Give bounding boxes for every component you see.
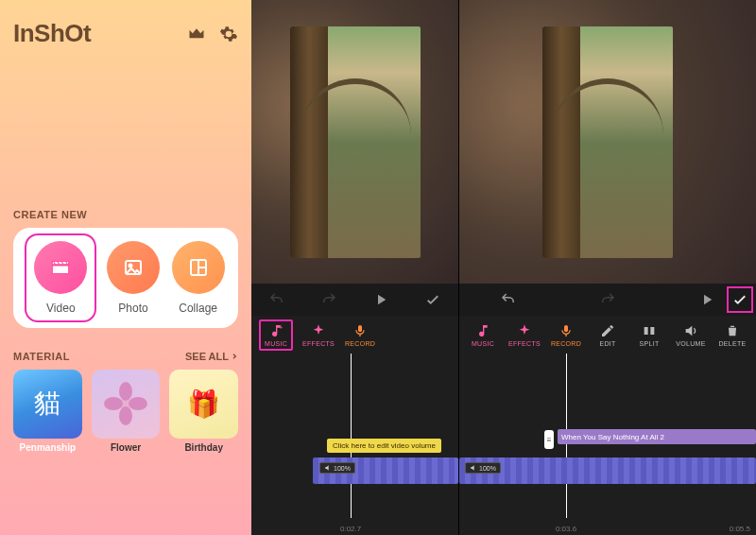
create-new-panel: Video Photo Collage: [13, 228, 238, 328]
microphone-icon: [352, 323, 368, 338]
see-all-label: SEE ALL: [185, 351, 229, 362]
tool-label: MUSIC: [472, 340, 494, 347]
play-icon[interactable]: [698, 291, 715, 308]
editor-panel-right: MUSIC EFFECTS RECORD EDIT SPLIT VOLUME: [458, 0, 756, 535]
tool-record[interactable]: RECORD: [344, 323, 376, 347]
tool-split[interactable]: SPLIT: [633, 323, 665, 347]
music-note-icon: [475, 323, 490, 338]
timecode: 0:02.7: [340, 525, 361, 533]
tool-row: MUSIC EFFECTS RECORD EDIT SPLIT VOLUME: [459, 316, 756, 354]
clapperboard-icon: [34, 241, 87, 294]
speaker-icon: [470, 464, 477, 472]
volume-badge[interactable]: 100%: [465, 462, 501, 474]
app-logo: InShOt: [13, 19, 91, 48]
svg-rect-14: [650, 327, 654, 335]
play-icon[interactable]: [372, 291, 389, 308]
material-thumb: 貓: [13, 370, 82, 439]
material-item-birthday[interactable]: 🎁 Birthday: [169, 370, 238, 453]
clip-handle[interactable]: ≡: [544, 430, 554, 449]
sparkle-icon: [311, 323, 326, 338]
tool-label: MUSIC: [265, 340, 287, 347]
create-video-button[interactable]: Video: [34, 241, 87, 315]
svg-rect-12: [564, 325, 568, 332]
svg-rect-11: [358, 325, 362, 332]
editor-panel-left: + MUSIC EFFECTS RECORD Click here to edi…: [251, 0, 458, 535]
audio-clip[interactable]: When You Say Nothing At All 2: [558, 429, 756, 444]
crown-icon[interactable]: [187, 25, 206, 43]
timecode: 0:03.6: [556, 525, 576, 533]
svg-point-9: [129, 397, 147, 410]
svg-point-6: [119, 382, 132, 401]
material-item-flower[interactable]: Flower: [92, 370, 161, 453]
music-note-icon: +: [268, 323, 284, 338]
timeline[interactable]: ≡ When You Say Nothing At All 2 100% 0:0…: [459, 354, 756, 535]
video-preview[interactable]: [459, 0, 756, 284]
sparkle-icon: [517, 323, 532, 338]
material-label-text: Flower: [92, 442, 161, 453]
svg-text:+: +: [279, 323, 283, 330]
video-preview[interactable]: [251, 0, 458, 284]
material-thumb: [92, 370, 161, 439]
undo-icon[interactable]: [500, 291, 517, 308]
tool-edit[interactable]: EDIT: [592, 323, 624, 347]
tool-label: DELETE: [718, 340, 746, 347]
redo-icon[interactable]: [599, 291, 616, 308]
create-collage-button[interactable]: Collage: [172, 241, 225, 319]
create-video-label: Video: [46, 302, 75, 315]
chevron-right-icon: [231, 353, 238, 360]
create-photo-button[interactable]: Photo: [107, 241, 160, 319]
microphone-icon: [558, 323, 574, 338]
volume-hint-tooltip[interactable]: Click here to edit video volume: [327, 439, 441, 453]
material-item-penmanship[interactable]: 貓 Penmanship: [13, 370, 82, 453]
speaker-icon: [324, 464, 332, 472]
material-label: MATERIAL: [13, 351, 70, 362]
split-icon: [642, 323, 657, 338]
material-thumb: 🎁: [169, 370, 238, 439]
timecode: 0:05.5: [730, 525, 750, 533]
svg-point-1: [129, 265, 131, 268]
tool-effects[interactable]: EFFECTS: [508, 323, 541, 347]
material-label-text: Birthday: [169, 442, 238, 453]
sidebar-header: InShOt: [13, 19, 238, 48]
gear-icon[interactable]: [219, 25, 238, 43]
editor: + MUSIC EFFECTS RECORD Click here to edi…: [251, 0, 756, 535]
tool-delete[interactable]: DELETE: [716, 323, 748, 347]
tool-volume[interactable]: VOLUME: [675, 323, 707, 347]
tool-label: EFFECTS: [508, 340, 541, 347]
svg-point-7: [119, 406, 132, 425]
sidebar: InShOt CREATE NEW Video Photo Col: [0, 0, 251, 535]
selected-highlight: Video: [25, 233, 96, 322]
tool-effects[interactable]: EFFECTS: [302, 323, 335, 347]
svg-rect-13: [644, 327, 648, 335]
volume-badge[interactable]: 100%: [319, 462, 355, 474]
create-photo-label: Photo: [118, 302, 147, 315]
create-new-label: CREATE NEW: [13, 209, 238, 220]
timeline[interactable]: Click here to edit video volume 100% 0:0…: [251, 354, 458, 535]
material-label-text: Penmanship: [13, 442, 82, 453]
tool-label: SPLIT: [640, 340, 660, 347]
check-icon[interactable]: [731, 291, 748, 308]
grid-icon: [172, 241, 225, 294]
video-clip[interactable]: [459, 457, 756, 484]
tool-label: EDIT: [599, 340, 615, 347]
transport-controls: [251, 284, 458, 316]
trash-icon: [725, 323, 740, 338]
transport-controls: [459, 284, 756, 316]
material-header: MATERIAL SEE ALL: [13, 351, 238, 362]
see-all-button[interactable]: SEE ALL: [185, 351, 238, 362]
tool-music[interactable]: MUSIC: [467, 323, 499, 347]
pencil-icon: [600, 323, 615, 338]
tool-label: RECORD: [345, 340, 375, 347]
tool-music[interactable]: + MUSIC: [259, 319, 293, 351]
tool-record[interactable]: RECORD: [550, 323, 582, 347]
tool-row: + MUSIC EFFECTS RECORD: [251, 316, 458, 354]
material-row: 貓 Penmanship Flower 🎁 Birthday: [13, 370, 238, 453]
speaker-icon: [683, 323, 698, 338]
redo-icon[interactable]: [320, 291, 337, 308]
confirm-highlight: [727, 286, 753, 313]
undo-icon[interactable]: [268, 291, 285, 308]
create-collage-label: Collage: [179, 302, 217, 315]
tool-label: RECORD: [551, 340, 581, 347]
tool-label: EFFECTS: [302, 340, 335, 347]
check-icon[interactable]: [424, 291, 441, 308]
